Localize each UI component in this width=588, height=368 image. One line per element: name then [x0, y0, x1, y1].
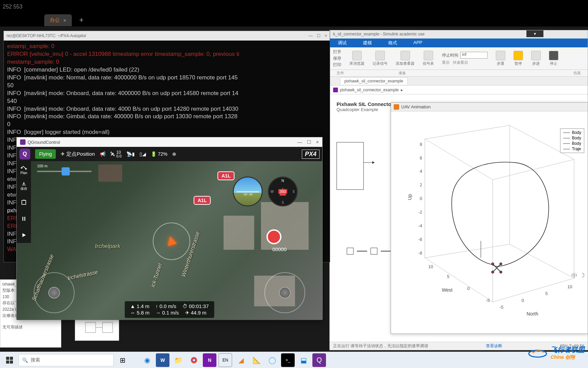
terminal-titlebar[interactable]: rez@DESKTOP-NHL73TC: ~/PX4-Autopilot — ☐… — [4, 31, 330, 41]
ime-indicator[interactable]: 中 ☽ — [571, 272, 585, 280]
attitude-indicator: -10 -10 — [233, 177, 263, 206]
3d-plot-axes[interactable]: 8 6 4 2 0 -2 -4 -6 -8 Up 10 5 0 -5 West … — [391, 111, 588, 329]
fast-restart-button[interactable]: 快速重启 — [453, 60, 468, 65]
heading-value: 350 — [278, 189, 287, 194]
play-button[interactable] — [19, 230, 29, 240]
pause-sim-button[interactable]: 暂停 — [513, 51, 523, 66]
px4-shortcut-icon[interactable]: ◢ — [234, 353, 248, 367]
new-tab-button[interactable]: + — [76, 16, 87, 25]
tab-debug[interactable]: 调试 — [330, 39, 355, 47]
maximize-icon[interactable]: ☐ — [317, 33, 321, 38]
step-back-button[interactable]: 步退 — [496, 51, 505, 66]
svg-point-31 — [500, 263, 502, 265]
onenote-icon[interactable]: N — [203, 353, 216, 367]
ribbon-tabs: 调试 建模 格式 APP — [330, 39, 588, 47]
record-signal-button[interactable]: 记录信号 — [373, 51, 388, 66]
svg-rect-3 — [22, 217, 23, 221]
telemetry-signal-icon[interactable]: ▯◢ — [140, 151, 146, 157]
maximize-icon[interactable]: ☐ — [307, 139, 311, 145]
close-icon[interactable]: × — [325, 33, 327, 38]
taskbar-search[interactable]: 🔍 搜索 — [18, 354, 114, 366]
zoom-slider[interactable] — [37, 167, 92, 175]
record-button[interactable] — [266, 229, 281, 244]
satellite-icon: 🛰 — [110, 151, 115, 157]
cmd-icon[interactable]: >_ — [281, 353, 295, 367]
center-icon[interactable]: ⊕ — [172, 151, 176, 157]
add-viewer-button[interactable]: 添加查看器 — [396, 51, 414, 66]
virtual-joystick-left[interactable] — [34, 272, 75, 313]
altitude-value: ▲ 1.4 m — [130, 303, 150, 309]
model-tab[interactable]: pixhawk_sil_connector_example — [340, 77, 408, 85]
start-button[interactable] — [3, 353, 16, 367]
figure-titlebar[interactable]: UAV Animation — [391, 103, 588, 111]
toolstrip-dropdown[interactable]: ▾ — [526, 30, 543, 37]
flight-mode-selector[interactable]: ✈ 定点Position — [61, 151, 95, 157]
x-axis-label: North — [527, 311, 538, 317]
library-browser-button[interactable]: 库浏览器 — [349, 51, 364, 66]
signal-table-button[interactable]: 信号表 — [423, 51, 434, 66]
word-icon[interactable]: W — [156, 353, 169, 367]
svg-text:-8: -8 — [418, 250, 422, 256]
pause-button[interactable] — [19, 214, 29, 224]
task-view-button[interactable]: ⊞ — [116, 353, 129, 367]
explorer-icon[interactable]: 📁 — [172, 353, 185, 367]
minimize-icon[interactable]: — — [309, 33, 313, 38]
sim-status-text: 正在运行 请等待子活动状态，无法以指定的速率调谐 — [333, 343, 428, 349]
site-watermark: 飞行者联盟 China 创翔 — [527, 345, 585, 361]
svg-text:8: 8 — [420, 142, 422, 147]
svg-rect-4 — [24, 217, 26, 221]
minimize-icon[interactable]: — — [297, 139, 302, 145]
model-breadcrumb[interactable]: pixhawk_sil_connector_example ▸ — [330, 86, 588, 94]
qgc-map-view[interactable]: Plan 保存 100 m Irchelpark Irchelstrasse W… — [17, 161, 322, 320]
app-icon[interactable]: ◯ — [265, 353, 279, 367]
browser-tab-active[interactable]: 办公 × — [44, 14, 72, 26]
simulink-block[interactable] — [337, 142, 377, 237]
vertical-speed-value: ↑ 0.0 m/s — [156, 303, 176, 309]
simulink-titlebar[interactable]: k_sil_connector_example - Simulink acade… — [330, 30, 588, 39]
save-button[interactable]: 保存 — [333, 56, 341, 61]
map-highway-badge: A1L — [194, 196, 211, 205]
qgc-titlebar[interactable]: QGroundControl — ☐ × — [17, 137, 322, 147]
qgc-taskbar-icon[interactable]: Q — [312, 353, 326, 367]
airplane-icon: ✈ — [61, 151, 65, 157]
chrome-icon[interactable] — [187, 353, 201, 367]
battery-icon: 🔋 — [151, 151, 157, 157]
map-park-label: Irchelpark — [95, 243, 120, 250]
virtual-joystick-right[interactable] — [264, 272, 305, 313]
edge-icon[interactable]: ◉ — [140, 353, 154, 367]
download-button[interactable]: 保存 — [19, 181, 29, 191]
restart-button[interactable]: 重启 — [442, 60, 450, 65]
plot-legend[interactable]: Body Body Body Traje — [560, 128, 584, 153]
clear-mission-button[interactable] — [19, 197, 29, 208]
battery-status[interactable]: 🔋 72% — [151, 151, 167, 157]
plan-button[interactable]: Plan — [19, 165, 29, 175]
language-icon[interactable]: EN — [218, 353, 232, 367]
gps-status[interactable]: 🛰 10 0.0 — [110, 150, 121, 158]
step-forward-button[interactable]: 步进 — [531, 51, 541, 66]
rc-signal-icon[interactable]: 📡▮ — [126, 151, 135, 157]
close-icon[interactable]: × — [316, 139, 319, 145]
tab-model[interactable]: 建模 — [355, 39, 380, 47]
diagnostics-link[interactable]: 查看诊断 — [486, 343, 502, 349]
svg-text:0: 0 — [522, 298, 524, 303]
tab-app[interactable]: APP — [405, 39, 430, 47]
matlab-icon[interactable]: 📐 — [250, 353, 263, 367]
qgc-logo[interactable]: Q — [19, 149, 30, 159]
svg-point-1 — [26, 168, 27, 169]
svg-text:4: 4 — [420, 169, 422, 174]
close-icon[interactable]: × — [63, 17, 66, 23]
map-tunnel-label: ick-Tunnel — [150, 262, 163, 288]
windows-taskbar: 🔍 搜索 ⊞ ◉ W 📁 N EN ◢ 📐 ◯ >_ ⬓ Q — [0, 352, 588, 368]
print-button[interactable]: 打印 — [333, 62, 341, 68]
url-fragment: 252 553 — [0, 4, 22, 10]
vscode-icon[interactable]: ⬓ — [297, 353, 310, 367]
flight-status-badge[interactable]: Flying — [35, 149, 56, 159]
open-button[interactable]: 打开 — [333, 49, 341, 55]
z-axis-label: Up — [407, 194, 412, 200]
tab-format[interactable]: 格式 — [380, 39, 405, 47]
svg-point-0 — [21, 167, 22, 168]
stop-sim-button[interactable]: 停止 — [549, 51, 558, 66]
megaphone-icon[interactable]: 📢 — [100, 151, 105, 157]
watermark-logo-icon — [527, 346, 548, 360]
stop-time-field[interactable]: 停止时间 inf — [442, 52, 488, 59]
